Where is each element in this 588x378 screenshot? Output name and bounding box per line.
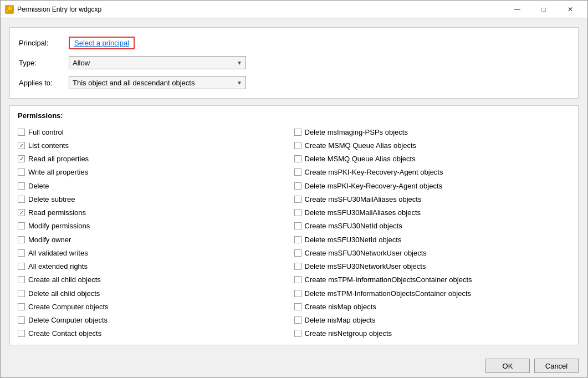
minimize-button[interactable]: — <box>504 1 530 18</box>
perm-right-item[interactable]: Create MSMQ Queue Alias objects <box>294 139 571 152</box>
permissions-section: Permissions: Full controlDelete msImagin… <box>9 105 579 345</box>
checkbox[interactable] <box>18 182 25 190</box>
perm-right-item[interactable]: Delete msSFU30NetworkUser objects <box>294 260 571 273</box>
perm-label: Delete msImaging-PSPs objects <box>305 128 408 136</box>
window-controls: — □ ✕ <box>504 1 583 18</box>
checkbox[interactable] <box>18 196 25 203</box>
checkbox[interactable] <box>294 222 301 229</box>
maximize-button[interactable]: □ <box>531 1 556 18</box>
perm-left-item[interactable]: Modify permissions <box>18 219 294 233</box>
perm-right-item[interactable]: Delete msSFU30MailAliases objects <box>294 206 571 219</box>
ok-button[interactable]: OK <box>485 359 530 373</box>
checkbox[interactable] <box>294 182 301 190</box>
checkbox[interactable] <box>294 330 301 337</box>
perm-left-item[interactable]: All extended rights <box>18 260 294 273</box>
type-dropdown[interactable]: Allow ▼ <box>69 56 246 69</box>
checkbox[interactable] <box>294 142 301 149</box>
perm-right-item[interactable]: Delete msTPM-InformationObjectsContainer… <box>294 287 571 300</box>
perm-label: All validated writes <box>28 249 88 257</box>
perm-left-item[interactable]: Write all properties <box>18 166 294 179</box>
checkbox[interactable] <box>18 330 25 337</box>
checkbox[interactable] <box>294 276 301 283</box>
perm-left-item[interactable]: Create all child objects <box>18 273 294 287</box>
checkbox[interactable] <box>294 316 301 324</box>
perm-right-item[interactable]: Create msTPM-InformationObjectsContainer… <box>294 273 571 287</box>
close-button[interactable]: ✕ <box>558 1 583 18</box>
perm-label: Create msPKI-Key-Recovery-Agent objects <box>305 168 443 176</box>
checkbox[interactable] <box>294 249 301 257</box>
checkbox[interactable] <box>18 249 25 257</box>
cancel-button[interactable]: Cancel <box>534 359 579 373</box>
perm-right-item[interactable]: Delete msPKI-Key-Recovery-Agent objects <box>294 179 571 192</box>
window-icon: 🔑 <box>5 5 14 14</box>
checkbox[interactable] <box>18 209 25 216</box>
checkbox[interactable] <box>294 263 301 270</box>
perm-right-item[interactable]: Create msSFU30NetworkUser objects <box>294 246 571 259</box>
perm-label: Delete msPKI-Key-Recovery-Agent objects <box>305 182 443 190</box>
perm-left-item[interactable]: Delete subtree <box>18 192 294 206</box>
perm-left-item[interactable]: Delete all child objects <box>18 287 294 300</box>
applies-label: Applies to: <box>19 79 69 87</box>
perm-right-item[interactable]: Create msSFU30NetId objects <box>294 219 571 233</box>
checkbox[interactable] <box>294 303 301 310</box>
perm-right-item[interactable]: Delete MSMQ Queue Alias objects <box>294 152 571 166</box>
perm-right-item[interactable]: Create msPKI-Key-Recovery-Agent objects <box>294 166 571 179</box>
checkbox[interactable] <box>18 168 25 176</box>
perm-left-item[interactable]: Modify owner <box>18 233 294 246</box>
perm-label: Delete Computer objects <box>28 316 108 324</box>
perm-label: Create MSMQ Queue Alias objects <box>305 141 417 150</box>
checkbox[interactable] <box>18 129 25 136</box>
checkbox[interactable] <box>18 142 25 149</box>
checkbox[interactable] <box>294 196 301 203</box>
checkbox[interactable] <box>294 168 301 176</box>
perm-right-item[interactable]: Create msSFU30MailAliases objects <box>294 192 571 206</box>
perm-label: All extended rights <box>28 262 88 270</box>
checkbox[interactable] <box>18 290 25 297</box>
checkbox[interactable] <box>18 155 25 162</box>
checkbox[interactable] <box>18 316 25 324</box>
perm-left-item[interactable]: Read permissions <box>18 206 294 219</box>
permissions-grid: Full controlDelete msImaging-PSPs object… <box>10 123 578 345</box>
perm-label: Read all properties <box>28 155 89 163</box>
perm-right-item[interactable]: Delete msSFU30NetId objects <box>294 233 571 246</box>
perm-label: Create msSFU30MailAliases objects <box>305 195 422 203</box>
perm-label: Create msSFU30NetId objects <box>305 222 402 230</box>
applies-dropdown[interactable]: This object and all descendant objects ▼ <box>69 76 246 89</box>
perm-label: Full control <box>28 128 64 136</box>
perm-right-item[interactable]: Create nisNetgroup objects <box>294 327 571 340</box>
checkbox[interactable] <box>294 209 301 216</box>
perm-left-item[interactable]: Create Computer objects <box>18 300 294 313</box>
checkbox[interactable] <box>294 129 301 136</box>
perm-label: Delete msSFU30NetworkUser objects <box>305 262 426 270</box>
perm-left-item[interactable]: Create Contact objects <box>18 327 294 340</box>
perm-label: Delete nisMap objects <box>305 316 376 324</box>
type-value: Allow <box>73 59 90 67</box>
checkbox[interactable] <box>18 303 25 310</box>
applies-dropdown-arrow: ▼ <box>237 80 242 86</box>
checkbox[interactable] <box>294 236 301 243</box>
perm-label: Create msTPM-InformationObjectsContainer… <box>305 275 472 284</box>
checkbox[interactable] <box>18 263 25 270</box>
select-principal-button[interactable]: Select a principal <box>69 37 135 49</box>
perm-left-item[interactable]: Delete Computer objects <box>18 314 294 327</box>
perm-right-item[interactable]: Delete nisMap objects <box>294 314 571 327</box>
perm-left-item[interactable]: List contents <box>18 139 294 152</box>
checkbox[interactable] <box>18 236 25 243</box>
checkbox[interactable] <box>18 222 25 229</box>
perm-left-item[interactable]: Full control <box>18 125 294 139</box>
perm-label: Write all properties <box>28 168 88 176</box>
perm-right-item[interactable]: Delete msImaging-PSPs objects <box>294 125 571 139</box>
checkbox[interactable] <box>18 276 25 283</box>
perm-left-item[interactable]: All validated writes <box>18 246 294 259</box>
perm-left-item[interactable]: Read all properties <box>18 152 294 166</box>
type-dropdown-arrow: ▼ <box>237 60 242 66</box>
perm-right-item[interactable]: Create nisMap objects <box>294 300 571 313</box>
footer: OK Cancel <box>1 354 587 377</box>
checkbox[interactable] <box>294 155 301 162</box>
perm-label: Create Computer objects <box>28 303 109 311</box>
perm-label: Modify owner <box>28 236 71 244</box>
checkbox[interactable] <box>294 290 301 297</box>
perm-left-item[interactable]: Delete <box>18 179 294 192</box>
perm-label: Read permissions <box>28 208 86 217</box>
perm-label: Create all child objects <box>28 275 101 284</box>
